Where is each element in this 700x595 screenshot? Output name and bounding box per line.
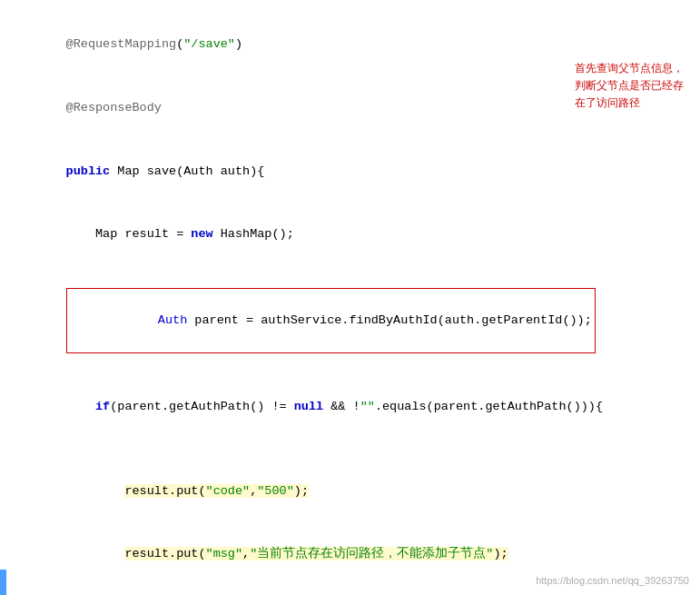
code-line-8: result.put("code","500"); [13, 460, 700, 523]
code-line-3: public Map save(Auth auth){ [13, 139, 700, 203]
code-container: @RequestMapping("/save") @ResponseBody p… [0, 0, 700, 595]
code-line-5: Auth parent = authService.findByAuthId(a… [13, 267, 700, 374]
right-annotation: 首先查询父节点信息， 判断父节点是否已经存 在了访问路径 [575, 60, 684, 113]
code-line-6: if(parent.getAuthPath() != null && !"".e… [13, 375, 700, 439]
code-line-7-empty [13, 438, 700, 459]
code-line-4: Map result = new HashMap(); [13, 203, 700, 266]
watermark: https://blog.csdn.net/qq_39263750 [536, 575, 689, 586]
left-blue-bar [0, 570, 6, 595]
code-line-10: }else{ [13, 586, 700, 595]
